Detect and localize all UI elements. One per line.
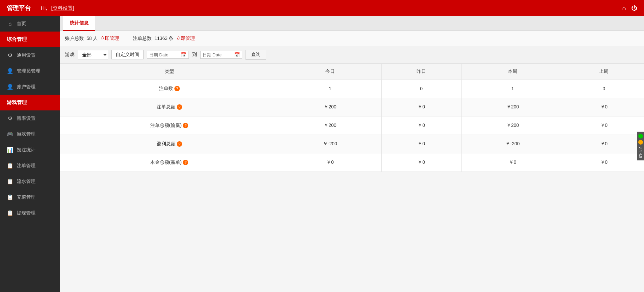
gear-icon: ⚙ (7, 52, 13, 58)
cell-last_week: 0 (564, 80, 644, 98)
cell-yesterday: ￥0 (381, 116, 461, 135)
filter-row: 游戏 全部 自定义时间 📅 到 📅 查询 (60, 46, 644, 63)
sidebar-item-flow-mgmt[interactable]: 📋 流水管理 (0, 174, 60, 189)
withdraw-icon: 📋 (7, 210, 13, 216)
cell-this_week: ￥-200 (461, 135, 564, 153)
sidebar-item-label: 通用设置 (17, 52, 36, 58)
sidebar-item-label: 提现管理 (17, 210, 36, 216)
sidebar-item-order-mgmt[interactable]: 📋 注单管理 (0, 158, 60, 174)
date-to-wrap: 📅 (200, 51, 242, 59)
tab-stats[interactable]: 统计信息 (63, 16, 95, 31)
stats-section: 账户总数 58 人 立即管理 注单总数 11363 条 立即管理 游戏 全部 自… (60, 31, 644, 172)
flow-icon: 📋 (7, 178, 13, 185)
cell-today: ￥200 (279, 116, 381, 135)
col-type: 类型 (60, 64, 279, 80)
profile-link[interactable]: [资料设置] (51, 5, 74, 11)
stats-table: 类型 今日 昨日 本周 上周 注单数?1010注单总额?￥200￥0￥200￥0… (60, 63, 644, 172)
main-content: 统计信息 账户总数 58 人 立即管理 注单总数 11363 条 立即管理 游戏… (60, 16, 644, 292)
recharge-icon: 📋 (7, 194, 13, 200)
status-dot-yellow (638, 140, 643, 145)
order-count: 11363 条 (154, 36, 173, 42)
sidebar-item-label: 游戏管理 (17, 131, 36, 137)
table-row: 注单数?1010 (60, 80, 644, 98)
help-icon[interactable]: ? (174, 86, 180, 91)
sidebar-item-withdraw-mgmt[interactable]: 📋 提现管理 (0, 205, 60, 221)
game-select[interactable]: 全部 (78, 50, 108, 59)
summary-row: 账户总数 58 人 立即管理 注单总数 11363 条 立即管理 (60, 31, 644, 46)
stats-icon: 📊 (7, 147, 13, 153)
cell-yesterday: 0 (381, 80, 461, 98)
cell-this_week: ￥200 (461, 98, 564, 116)
sidebar-item-odds[interactable]: ⚙ 赔率设置 (0, 110, 60, 126)
table-row: 本金总额(赢单)?￥0￥0￥0￥0 (60, 153, 644, 172)
account-total-label: 账户总数 (65, 36, 84, 42)
cell-this_week: 1 (461, 80, 564, 98)
game-icon: 🎮 (7, 131, 13, 137)
power-icon[interactable]: ⏻ (631, 5, 637, 12)
to-label: 到 (192, 52, 197, 58)
col-this-week: 本周 (461, 64, 564, 80)
date-from-wrap: 📅 (147, 51, 189, 59)
sidebar-item-label: 账户管理 (17, 84, 36, 90)
float-label-1: 3.4 (639, 147, 643, 152)
sidebar-item-label: 充值管理 (17, 194, 36, 200)
layout: ⌂ 首页 综合管理 ⚙ 通用设置 👤 管理员管理 👤 账户管理 游戏管理 ⚙ 赔… (0, 16, 644, 292)
home-icon[interactable]: ⌂ (622, 5, 626, 12)
sidebar-item-recharge-mgmt[interactable]: 📋 充值管理 (0, 189, 60, 205)
account-icon: 👤 (7, 84, 13, 90)
sidebar-section-general: 综合管理 (0, 32, 60, 47)
cell-last_week: ￥0 (564, 153, 644, 172)
account-manage-link[interactable]: 立即管理 (100, 36, 119, 42)
help-icon[interactable]: ? (183, 160, 188, 165)
date-from-input[interactable] (149, 52, 179, 57)
sidebar-item-general-settings[interactable]: ⚙ 通用设置 (0, 47, 60, 63)
header: 管理平台 Hi, [资料设置] ⌂ ⏻ (0, 0, 644, 16)
admin-icon: 👤 (7, 68, 13, 74)
sidebar-item-bet-stats[interactable]: 📊 投注统计 (0, 142, 60, 158)
sidebar-item-home[interactable]: ⌂ 首页 (0, 16, 60, 32)
sidebar-item-label: 注单管理 (17, 163, 36, 169)
calendar-to-icon[interactable]: 📅 (234, 52, 240, 57)
order-manage-link[interactable]: 立即管理 (176, 36, 195, 42)
table-row: 盈利总额?￥-200￥0￥-200￥0 (60, 135, 644, 153)
sidebar-item-account-mgmt[interactable]: 👤 账户管理 (0, 79, 60, 95)
tab-bar: 统计信息 (60, 16, 644, 31)
help-icon[interactable]: ? (177, 141, 182, 147)
cell-yesterday: ￥0 (381, 153, 461, 172)
greeting: Hi, [资料设置] (41, 5, 622, 11)
sidebar-section-game-label: 游戏管理 (7, 99, 27, 106)
sidebar-item-label: 首页 (17, 21, 26, 27)
sidebar-item-label: 管理员管理 (17, 68, 40, 74)
cell-this_week: ￥200 (461, 116, 564, 135)
sidebar-item-label: 赔率设置 (17, 115, 36, 121)
cell-yesterday: ￥0 (381, 98, 461, 116)
cell-this_week: ￥0 (461, 153, 564, 172)
header-icons: ⌂ ⏻ (622, 5, 637, 12)
cell-type: 注单总额? (60, 98, 279, 116)
cell-type: 盈利总额? (60, 135, 279, 153)
cell-last_week: ￥0 (564, 116, 644, 135)
cell-last_week: ￥0 (564, 135, 644, 153)
home-sidebar-icon: ⌂ (7, 21, 13, 27)
cell-type: 注单数? (60, 80, 279, 98)
cell-last_week: ￥0 (564, 98, 644, 116)
float-panel: 3.4 4.9 (637, 132, 644, 160)
hi-text: Hi, (41, 5, 47, 11)
sidebar-item-admin-mgmt[interactable]: 👤 管理员管理 (0, 63, 60, 79)
sidebar: ⌂ 首页 综合管理 ⚙ 通用设置 👤 管理员管理 👤 账户管理 游戏管理 ⚙ 赔… (0, 16, 60, 292)
date-to-input[interactable] (203, 52, 233, 57)
sidebar-item-game-mgmt[interactable]: 🎮 游戏管理 (0, 126, 60, 142)
cell-yesterday: ￥0 (381, 135, 461, 153)
custom-time-btn[interactable]: 自定义时间 (111, 50, 144, 59)
order-icon: 📋 (7, 162, 13, 169)
cell-type: 注单总额(输赢)? (60, 116, 279, 135)
account-count: 58 人 (87, 36, 98, 42)
help-icon[interactable]: ? (183, 123, 188, 128)
sidebar-section-game: 游戏管理 (0, 95, 60, 110)
game-filter-label: 游戏 (65, 52, 74, 58)
help-icon[interactable]: ? (177, 104, 182, 110)
calendar-from-icon[interactable]: 📅 (181, 52, 186, 57)
sidebar-section-general-label: 综合管理 (7, 36, 27, 43)
order-total-label: 注单总数 (133, 36, 152, 42)
query-button[interactable]: 查询 (246, 50, 266, 60)
